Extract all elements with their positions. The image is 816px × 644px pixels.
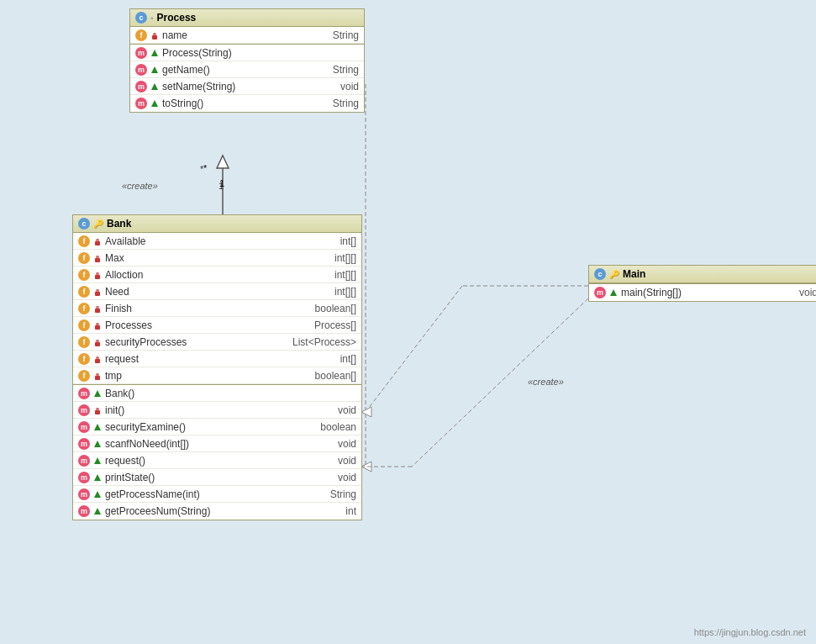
bank-class-header: c 🔑 Bank bbox=[73, 215, 361, 233]
bank-method-printstate: m printState() void bbox=[73, 469, 361, 486]
process-class-header: c ◦ Process bbox=[130, 9, 364, 27]
svg-marker-15 bbox=[151, 66, 158, 73]
mult-star: * bbox=[203, 163, 207, 173]
svg-marker-33 bbox=[94, 491, 101, 498]
bank-method-constructor: m Bank() bbox=[73, 385, 361, 402]
bank-method-request: m request() void bbox=[73, 452, 361, 469]
bank-method-securityexamine: m securityExamine() boolean bbox=[73, 419, 361, 435]
process-field-name: f name String bbox=[130, 27, 364, 44]
bank-class: c 🔑 Bank f Available int[] f Max int[][]… bbox=[72, 214, 362, 520]
process-class-name: Process bbox=[157, 12, 197, 24]
main-class-name: Main bbox=[623, 268, 645, 280]
main-c-badge: c bbox=[594, 268, 606, 280]
svg-marker-14 bbox=[151, 50, 158, 56]
svg-marker-12 bbox=[361, 407, 371, 417]
svg-marker-35 bbox=[610, 289, 617, 296]
process-methods: m Process(String) m getName() String m s… bbox=[130, 44, 364, 112]
create-label-main-bank: «create» bbox=[528, 377, 564, 387]
bank-field-processes: f Processes Process[] bbox=[73, 317, 361, 334]
green-icon bbox=[150, 82, 159, 91]
bank-method-getprocessname: m getProcessName(int) String bbox=[73, 486, 361, 503]
bank-method-getproceesnum: m getProceesNum(String) int bbox=[73, 503, 361, 520]
main-class: c 🔑 Main m main(String[]) void bbox=[588, 265, 816, 302]
bank-field-request: f request int[] bbox=[73, 351, 361, 367]
process-method-getname: m getName() String bbox=[130, 61, 364, 78]
svg-line-10 bbox=[366, 286, 462, 412]
main-methods: m main(String[]) void bbox=[589, 283, 816, 301]
process-method-constructor: m Process(String) bbox=[130, 45, 364, 61]
svg-rect-21 bbox=[95, 292, 100, 296]
svg-marker-6 bbox=[361, 462, 371, 472]
bank-field-max: f Max int[][] bbox=[73, 250, 361, 267]
svg-rect-23 bbox=[95, 325, 100, 330]
svg-rect-13 bbox=[152, 35, 157, 40]
green-icon bbox=[150, 66, 159, 74]
svg-marker-16 bbox=[151, 83, 158, 90]
main-class-header: c 🔑 Main bbox=[589, 266, 816, 283]
svg-marker-1 bbox=[217, 156, 229, 168]
svg-rect-28 bbox=[95, 410, 100, 414]
green-icon bbox=[150, 99, 159, 108]
svg-rect-25 bbox=[95, 359, 100, 363]
bank-field-need: f Need int[][] bbox=[73, 283, 361, 300]
svg-marker-32 bbox=[94, 474, 101, 481]
svg-rect-20 bbox=[95, 275, 100, 279]
bank-field-securityprocesses: f securityProcesses List<Process> bbox=[73, 334, 361, 351]
svg-rect-24 bbox=[95, 342, 100, 346]
mult-one: 1 bbox=[219, 178, 224, 188]
create-label-process-bank: «create» bbox=[122, 181, 158, 191]
method-badge: m bbox=[135, 81, 147, 92]
green-icon bbox=[150, 49, 159, 57]
process-method-setname: m setName(String) void bbox=[130, 78, 364, 95]
svg-marker-30 bbox=[94, 441, 101, 447]
method-badge: m bbox=[135, 64, 147, 76]
main-method-main: m main(String[]) void bbox=[589, 284, 816, 301]
bank-c-badge: c bbox=[78, 218, 90, 230]
bank-class-name: Bank bbox=[107, 218, 131, 230]
bank-field-alloction: f Alloction int[][] bbox=[73, 267, 361, 283]
process-class: c ◦ Process f name String m Process(Stri… bbox=[129, 8, 365, 113]
method-badge: m bbox=[135, 47, 147, 59]
process-badge: c bbox=[135, 12, 147, 24]
bank-method-init: m init() void bbox=[73, 402, 361, 419]
field-badge: f bbox=[135, 29, 147, 41]
lock-icon bbox=[150, 31, 159, 40]
svg-marker-29 bbox=[94, 424, 101, 430]
watermark: https://jingjun.blog.csdn.net bbox=[694, 627, 806, 637]
bank-method-scanfnoneed: m scanfNoNeed(int[]) void bbox=[73, 435, 361, 452]
svg-marker-31 bbox=[94, 457, 101, 464]
diagram-area: * 1 «create» «create» c ◦ Process f name… bbox=[0, 0, 816, 644]
svg-marker-17 bbox=[151, 100, 158, 107]
method-badge: m bbox=[135, 98, 147, 109]
svg-rect-18 bbox=[95, 241, 100, 245]
svg-rect-19 bbox=[95, 258, 100, 262]
svg-marker-27 bbox=[94, 390, 101, 397]
svg-marker-34 bbox=[94, 508, 101, 515]
bank-field-tmp: f tmp boolean[] bbox=[73, 367, 361, 384]
process-method-tostring: m toString() String bbox=[130, 95, 364, 112]
svg-rect-22 bbox=[95, 309, 100, 313]
bank-field-available: f Available int[] bbox=[73, 233, 361, 250]
bank-field-finish: f Finish boolean[] bbox=[73, 300, 361, 317]
svg-rect-26 bbox=[95, 376, 100, 380]
bank-methods: m Bank() m init() void m securityExamine… bbox=[73, 384, 361, 520]
